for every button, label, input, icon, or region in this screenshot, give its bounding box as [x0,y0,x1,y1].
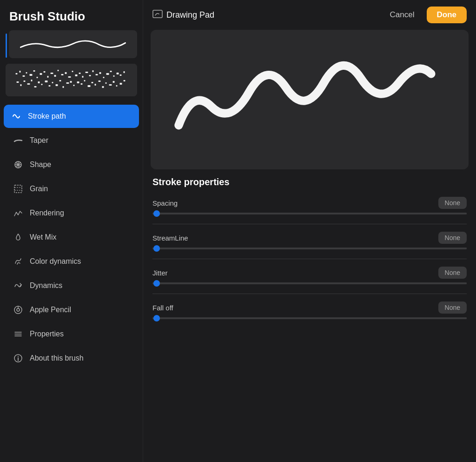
sidebar-item-stroke-path[interactable]: Stroke path [4,105,139,128]
svg-rect-45 [60,80,61,81]
svg-rect-55 [95,84,96,86]
svg-point-80 [18,356,19,357]
svg-rect-42 [49,85,51,87]
wet-mix-icon [13,232,23,242]
sidebar-item-about[interactable]: About this brush [4,347,139,370]
color-dynamics-icon [13,256,23,267]
done-button[interactable]: Done [427,7,467,23]
svg-rect-40 [41,84,43,85]
drawing-canvas [151,30,469,169]
jitter-slider[interactable] [152,282,467,284]
sidebar-item-shape[interactable]: Shape [4,153,139,176]
svg-rect-14 [61,74,64,75]
active-indicator [6,33,7,58]
property-streamline: StreamLine None [152,232,467,249]
streamline-thumb[interactable] [153,245,160,252]
falloff-label: Fall off [152,304,173,312]
sidebar-item-dynamics[interactable]: Dynamics [4,274,139,297]
jitter-value: None [438,267,467,279]
jitter-label: Jitter [152,269,168,277]
sidebar-item-apple-pencil[interactable]: Apple Pencil [4,298,139,321]
svg-rect-8 [40,73,42,75]
taper-icon [13,135,23,146]
svg-rect-81 [153,10,162,18]
svg-rect-57 [102,86,104,88]
sidebar-item-grain-label: Grain [30,185,48,193]
sidebar-item-dynamics-label: Dynamics [30,281,62,290]
streamline-label: StreamLine [152,234,188,242]
about-icon [13,353,23,363]
drawing-pad[interactable] [151,30,469,169]
rendering-icon [13,208,23,218]
svg-rect-41 [45,80,48,82]
svg-rect-4 [26,72,27,74]
svg-rect-44 [56,84,58,86]
svg-rect-7 [37,77,38,78]
svg-rect-60 [113,81,115,83]
sidebar-title: Brush Studio [0,0,143,30]
brush-preview-splatter[interactable] [6,64,137,96]
sidebar-item-rendering-label: Rendering [30,209,64,217]
svg-rect-37 [31,80,33,81]
svg-rect-20 [82,76,84,78]
sidebar-item-rendering[interactable]: Rendering [4,201,139,225]
svg-rect-61 [116,85,118,87]
svg-rect-19 [79,73,81,74]
svg-rect-3 [23,75,25,77]
sidebar: Brush Studio [0,0,143,462]
svg-rect-34 [20,84,22,86]
svg-rect-62 [120,83,122,85]
svg-rect-6 [33,70,35,72]
properties-icon [13,329,23,339]
svg-rect-39 [38,81,40,83]
property-falloff: Fall off None [152,301,467,319]
sidebar-item-stroke-path-label: Stroke path [28,112,66,121]
svg-rect-10 [47,76,49,78]
brush-preview-thin[interactable] [9,30,137,58]
svg-rect-1 [16,73,18,74]
spacing-label: Spacing [152,199,178,207]
svg-rect-23 [93,70,94,72]
svg-point-73 [17,308,20,311]
sidebar-item-apple-pencil-label: Apple Pencil [30,306,71,314]
svg-rect-2 [20,71,21,73]
svg-rect-30 [117,73,119,74]
apple-pencil-icon [13,305,23,315]
stroke-properties-title: Stroke properties [152,177,467,187]
svg-rect-29 [113,75,115,77]
svg-rect-58 [106,82,107,84]
svg-rect-69 [14,185,22,193]
sidebar-item-grain[interactable]: Grain [4,177,139,201]
sidebar-item-taper[interactable]: Taper [4,129,139,152]
spacing-thumb[interactable] [153,210,160,217]
sidebar-item-taper-label: Taper [30,136,48,145]
falloff-slider[interactable] [152,317,467,319]
streamline-slider[interactable] [152,248,467,249]
jitter-thumb[interactable] [153,280,160,287]
spacing-slider[interactable] [152,213,467,214]
sidebar-item-wet-mix[interactable]: Wet Mix [4,226,139,249]
sidebar-item-color-dynamics[interactable]: Color dynamics [4,250,139,273]
falloff-value: None [438,301,467,314]
svg-rect-46 [63,86,64,88]
svg-rect-43 [52,82,53,83]
main-content: Drawing Pad Cancel Done Stroke propertie… [143,0,476,462]
falloff-thumb[interactable] [153,315,160,321]
sidebar-item-properties[interactable]: Properties [4,322,139,346]
grain-icon [13,184,23,194]
svg-rect-17 [72,71,73,72]
cancel-button[interactable]: Cancel [384,7,420,22]
sidebar-item-properties-label: Properties [30,330,64,338]
sidebar-nav: Stroke path Taper [0,104,143,462]
svg-rect-24 [96,74,98,75]
thin-stroke-svg [16,37,130,51]
sidebar-item-about-label: About this brush [30,354,84,362]
svg-rect-63 [124,80,126,81]
svg-rect-28 [110,71,112,72]
svg-rect-53 [88,85,91,87]
svg-rect-11 [51,73,53,74]
svg-rect-0 [7,64,137,96]
svg-rect-56 [99,80,101,82]
svg-rect-25 [99,72,101,74]
svg-rect-54 [92,82,93,83]
